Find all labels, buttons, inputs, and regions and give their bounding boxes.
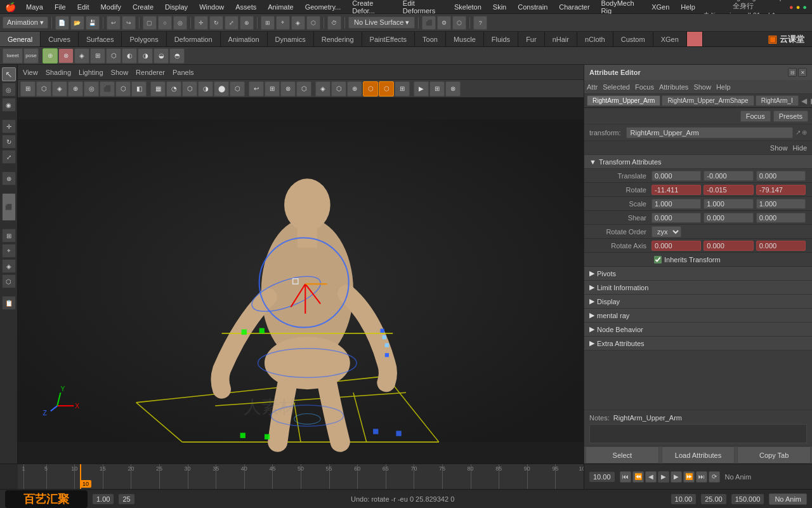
tool-scale[interactable]: ⤢ [2,150,16,164]
current-time-display[interactable]: 10.00 [589,472,615,482]
node-tab-shape2[interactable]: RightArm_I [756,95,799,106]
workspace-dropdown[interactable]: Animation ▾ [3,17,48,29]
new-file-btn[interactable]: 📄 [55,16,69,30]
rotate-axis-z[interactable]: 0.000 [756,241,806,251]
tool-surface-snap[interactable]: ⬡ [2,274,16,288]
vp-icon-27[interactable]: ⊗ [445,81,461,97]
node-tab-next-arrow[interactable]: ▶ [809,97,812,105]
scale-y[interactable]: 1.000 [704,199,753,209]
timeline-ruler[interactable]: 10 1510152025303540455055606570758085909… [18,464,584,489]
rotate-axis-x[interactable]: 0.000 [652,241,701,251]
menu-window[interactable]: Window [194,2,229,12]
vp-icon-11[interactable]: ⬡ [182,81,197,97]
tab-ncloth[interactable]: nCloth [577,32,613,46]
menu-xgen[interactable]: XGen [646,2,674,12]
vp-icon-13[interactable]: ⬤ [214,81,229,97]
step-back-btn[interactable]: ⏪ [632,471,644,483]
shelf-icon-6[interactable]: ◐ [122,48,137,64]
shelf-btn-1[interactable]: tweet [3,48,23,64]
tool-lasso[interactable]: ◎ [2,83,16,97]
menu-modify[interactable]: Modify [96,2,126,12]
mental-ray-section[interactable]: ▶ mental ray [584,309,812,323]
tab-surfaces[interactable]: Surfaces [79,32,122,46]
tab-curves[interactable]: Curves [41,32,79,46]
inherits-transform-checkbox[interactable] [654,256,662,264]
vp-icon-22[interactable]: ⬡ [363,81,378,97]
attr-nav-attributes[interactable]: Attributes [659,83,688,91]
shear-x[interactable]: 0.000 [652,213,701,223]
pivots-section[interactable]: ▶ Pivots [584,267,812,281]
maximize-window-btn[interactable]: ● [802,3,807,11]
menu-edit-deformers[interactable]: Edit Deformers [398,0,448,16]
vp-icon-16[interactable]: ⊞ [265,81,280,97]
copy-tab-button[interactable]: Copy Tab [737,446,811,464]
paint-btn[interactable]: ◎ [173,16,187,30]
tool-grid[interactable]: ⊞ [2,229,16,243]
vp-icon-1[interactable]: ⊞ [20,81,36,97]
menu-assets[interactable]: Assets [230,2,261,12]
extra-attrs-section[interactable]: ▶ Extra Attributes [584,337,812,351]
tool-sculpt[interactable]: ⬛ [2,193,16,221]
load-attributes-button[interactable]: Load Attributes [662,446,735,464]
shelf-icon-1[interactable]: ⊕ [43,48,58,64]
vp-icon-25[interactable]: ▶ [414,81,429,97]
presets-button[interactable]: Presets [773,110,808,122]
vp-icon-7[interactable]: ⬡ [115,81,131,97]
transform-value[interactable]: RightArm_Upper_Arm [626,127,793,138]
shelf-icon-7[interactable]: ◑ [138,48,153,64]
3d-viewport[interactable]: X Y Z 人素材 [18,98,584,464]
live-surface-dropdown[interactable]: No Live Surface ▾ [348,17,415,29]
brand-logo[interactable]: 百艺汇聚 [5,490,88,508]
shelf-icon-9[interactable]: ◓ [169,48,185,64]
playback-start-display[interactable]: 10.00 [671,494,697,504]
transform-icon-2[interactable]: ⊕ [802,129,807,136]
attr-nav-show[interactable]: Show [693,83,711,91]
tab-polygons[interactable]: Polygons [122,32,166,46]
tab-mery[interactable] [687,32,703,46]
tab-deformation[interactable]: Deformation [167,32,221,46]
step-forward-btn[interactable]: ⏩ [683,471,695,483]
play-btn[interactable]: ▶ [658,471,669,483]
snap-surface-btn[interactable]: ⬡ [306,16,320,30]
tab-paint-effects[interactable]: PaintEffects [362,32,416,46]
next-frame-btn[interactable]: ▶ [671,471,682,483]
tab-dynamics[interactable]: Dynamics [268,32,314,46]
step-forward-end-btn[interactable]: ⏭ [696,471,707,483]
save-file-btn[interactable]: 💾 [86,16,100,30]
menu-skeleton[interactable]: Skeleton [449,2,487,12]
tool-outliner[interactable]: 📋 [2,296,16,310]
vp-icon-10[interactable]: ◔ [166,81,181,97]
scale-btn[interactable]: ⤢ [225,16,239,30]
attr-nav-attr[interactable]: Attr [587,83,598,91]
snap-curve-btn[interactable]: ⌖ [276,16,290,30]
menu-edit[interactable]: Edit [72,2,95,12]
menu-skin[interactable]: Skin [488,2,511,12]
vp-icon-4[interactable]: ⊕ [68,81,83,97]
vp-icon-17[interactable]: ⊗ [280,81,296,97]
lasso-btn[interactable]: ○ [158,16,172,30]
shelf-icon-3[interactable]: ◈ [74,48,89,64]
move-btn[interactable]: ✛ [194,16,208,30]
vp-icon-12[interactable]: ◑ [198,81,213,97]
vp-icon-23[interactable]: ⬡ [379,81,394,97]
translate-y[interactable]: -0.000 [704,171,753,181]
shear-z[interactable]: 0.000 [756,213,806,223]
total-frames-display[interactable]: 150.000 [731,494,764,504]
playback-end-display[interactable]: 25.00 [701,494,726,504]
question-btn[interactable]: ? [473,16,487,30]
menu-file[interactable]: File [49,2,71,12]
tool-select[interactable]: ↖ [2,67,16,81]
vp-icon-24[interactable]: ⊞ [395,81,410,97]
menu-geometry[interactable]: Geometry... [300,2,346,12]
frame-end-display[interactable]: 25 [119,494,134,504]
shelf-icon-5[interactable]: ⬡ [106,48,121,64]
menu-help[interactable]: Help [676,2,700,12]
hide-btn[interactable]: Hide [792,144,807,152]
tab-fluids[interactable]: Fluids [484,32,518,46]
close-window-btn[interactable]: ● [789,3,794,11]
tab-general[interactable]: General [0,32,41,46]
focus-button[interactable]: Focus [740,110,771,122]
tab-animation[interactable]: Animation [221,32,268,46]
vp-menu-show[interactable]: Show [111,69,129,76]
vp-icon-5[interactable]: ◎ [84,81,99,97]
